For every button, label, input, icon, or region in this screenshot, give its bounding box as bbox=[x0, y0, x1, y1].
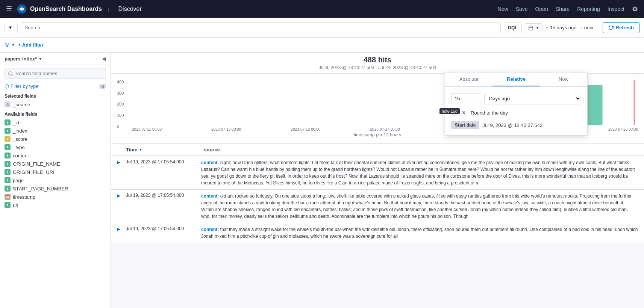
top-navigation: ☰ OpenSearch Dashboards | Discover New S… bbox=[0, 0, 644, 18]
y-label-300: 300 bbox=[117, 91, 128, 95]
field-name-score: _score bbox=[13, 136, 27, 142]
row-content-1: content: old ark rocked so furiously. On… bbox=[201, 193, 638, 220]
search-input[interactable] bbox=[21, 22, 501, 33]
relative-number-input[interactable] bbox=[451, 93, 481, 104]
x-label-0: 2023-07-11 00:00 bbox=[132, 127, 162, 131]
y-label-0: 0 bbox=[117, 124, 128, 128]
field-type-badge-type: t bbox=[5, 144, 11, 150]
field-name-timestamp: timestamp bbox=[13, 194, 35, 200]
content-label-1: content: bbox=[201, 193, 219, 199]
settings-icon[interactable]: ⚙ bbox=[632, 5, 638, 13]
row-time-0: Jul 19, 2023 @ 17:05:54.000 bbox=[126, 159, 201, 165]
field-item-id[interactable]: t _id bbox=[0, 118, 111, 127]
field-item-origin-file-uri[interactable]: t ORIGIN_FILE_URI bbox=[0, 168, 111, 176]
results-table: Time ▼ _source ▶ Jul 19, 2023 @ 17:05:54… bbox=[111, 144, 644, 243]
time-picker-button[interactable]: ▼ bbox=[525, 23, 543, 32]
row-expand-button-2[interactable]: ▶ bbox=[117, 226, 126, 232]
field-type-badge-origin-file-name: t bbox=[5, 161, 11, 167]
field-type-badge-id: t bbox=[5, 119, 11, 125]
y-label-100: 100 bbox=[117, 113, 128, 118]
row-text-0: night; how Orion glitters; what northern… bbox=[201, 160, 635, 186]
hits-range: Jul 9, 2023 @ 13:40:27.503 - Jul 24, 202… bbox=[117, 65, 638, 70]
field-item-uri[interactable]: t uri bbox=[0, 201, 111, 209]
source-field-icon: ◎ bbox=[5, 101, 11, 107]
time-col-header[interactable]: Time ▼ bbox=[126, 147, 201, 152]
refresh-label: Refresh bbox=[616, 25, 634, 30]
sidebar-header: papers-index* ▼ ◀ bbox=[0, 53, 111, 65]
hamburger-button[interactable]: ☰ bbox=[6, 5, 12, 13]
field-name-start-page-number: START_PAGE_NUMBER bbox=[13, 186, 68, 192]
round-to-day-row: ✕ Round to the day bbox=[451, 109, 581, 116]
row-text-2: that they made a straight wake for the w… bbox=[201, 227, 638, 239]
new-link[interactable]: New bbox=[498, 6, 508, 12]
save-link[interactable]: Save bbox=[516, 6, 528, 12]
svg-rect-1 bbox=[529, 26, 533, 30]
toolbar-left: ▼ DQL bbox=[5, 22, 522, 33]
round-to-day-clear-button[interactable]: ✕ bbox=[460, 109, 468, 116]
nav-left: ☰ OpenSearch Dashboards | Discover bbox=[6, 4, 142, 14]
tab-now[interactable]: Now bbox=[540, 72, 587, 86]
svg-marker-5 bbox=[5, 43, 9, 47]
index-selector-icon: ▼ bbox=[8, 25, 13, 30]
dql-button[interactable]: DQL bbox=[504, 23, 521, 33]
sort-arrow-icon: ▼ bbox=[139, 148, 142, 152]
hits-count: 488 hits bbox=[117, 56, 638, 64]
relative-unit-select[interactable]: Days ago Seconds ago Minutes ago Hours a… bbox=[484, 93, 581, 104]
start-date-value: Jul 9, 2023 @ 13:40:27.542 bbox=[482, 122, 542, 128]
content-label-2: content: bbox=[201, 227, 219, 232]
filter-by-type-button[interactable]: Filter by type bbox=[5, 83, 38, 89]
filter-by-type-row: Filter by type 0 bbox=[0, 82, 111, 91]
sidebar-collapse-button[interactable]: ◀ bbox=[102, 56, 106, 62]
field-item-content[interactable]: t content bbox=[0, 151, 111, 160]
filter-count-badge: 0 bbox=[99, 84, 106, 89]
share-link[interactable]: Share bbox=[556, 6, 570, 12]
field-item-start-page-number[interactable]: t START_PAGE_NUMBER bbox=[0, 184, 111, 193]
refresh-icon bbox=[608, 25, 614, 30]
row-time-2: Jul 19, 2023 @ 17:05:54.000 bbox=[126, 226, 201, 231]
start-date-label: Start date bbox=[451, 121, 479, 129]
field-item-page[interactable]: t page bbox=[0, 176, 111, 184]
available-fields-title: Available fields bbox=[0, 109, 111, 118]
field-name-id: _id bbox=[13, 120, 19, 125]
field-type-badge-content: t bbox=[5, 152, 11, 159]
row-time-1: Jul 19, 2023 @ 17:05:54.000 bbox=[126, 193, 201, 198]
search-fields-input[interactable] bbox=[5, 68, 106, 79]
field-item-timestamp[interactable]: 📅 timestamp bbox=[0, 193, 111, 201]
x-label-6: 2023-07-23 00:00 bbox=[608, 127, 638, 131]
start-date-row: Start date Jul 9, 2023 @ 13:40:27.542 bbox=[451, 121, 581, 129]
y-label-400: 400 bbox=[117, 80, 128, 84]
sidebar-index-dropdown-icon: ▼ bbox=[38, 57, 42, 61]
main-toolbar: ▼ DQL ▼ ~ 15 days ago → now Refresh bbox=[0, 18, 644, 38]
field-name-page: page bbox=[13, 178, 24, 183]
content-label-0: content: bbox=[201, 160, 219, 165]
add-filter-button[interactable]: + Add filter bbox=[18, 42, 44, 48]
field-item-source[interactable]: ◎ _source bbox=[0, 100, 111, 109]
row-expand-button-1[interactable]: ▶ bbox=[117, 193, 126, 198]
tab-relative[interactable]: Relative bbox=[492, 72, 540, 86]
row-expand-button-0[interactable]: ▶ bbox=[117, 159, 126, 165]
row-content-2: content: that they made a straight wake … bbox=[201, 226, 638, 240]
x-label-3: 2023-07-17 00:00 bbox=[370, 127, 400, 131]
time-dropdown-icon: ▼ bbox=[536, 26, 539, 30]
field-item-type[interactable]: t _type bbox=[0, 143, 111, 151]
filter-by-type-label: Filter by type bbox=[11, 83, 38, 89]
dropdown-content: Days ago Seconds ago Minutes ago Hours a… bbox=[445, 87, 587, 135]
field-item-origin-file-name[interactable]: t ORIGIN_FILE_NAME bbox=[0, 160, 111, 168]
filter-options-button[interactable]: ▼ bbox=[5, 42, 15, 48]
table-row: ▶ Jul 19, 2023 @ 17:05:54.000 content: o… bbox=[111, 190, 644, 223]
refresh-button[interactable]: Refresh bbox=[603, 22, 639, 33]
row-text-1: old ark rocked so furiously. On one side… bbox=[201, 193, 632, 219]
index-selector-button[interactable]: ▼ bbox=[5, 23, 18, 32]
tab-absolute[interactable]: Absolute bbox=[445, 72, 492, 86]
field-type-badge-origin-file-uri: t bbox=[5, 169, 11, 175]
x-label-2: 2023-07-15 00:00 bbox=[291, 127, 320, 131]
filter-by-type-icon bbox=[5, 84, 9, 89]
open-link[interactable]: Open bbox=[535, 6, 548, 12]
inspect-link[interactable]: Inspect bbox=[608, 6, 624, 12]
field-item-index[interactable]: t _index bbox=[0, 127, 111, 135]
chart-y-axis: 400 300 200 100 0 bbox=[117, 80, 128, 128]
field-name-index: _index bbox=[13, 128, 27, 134]
field-name-uri: uri bbox=[13, 202, 18, 208]
reporting-link[interactable]: Reporting bbox=[577, 6, 600, 12]
field-item-score[interactable]: # _score bbox=[0, 135, 111, 143]
